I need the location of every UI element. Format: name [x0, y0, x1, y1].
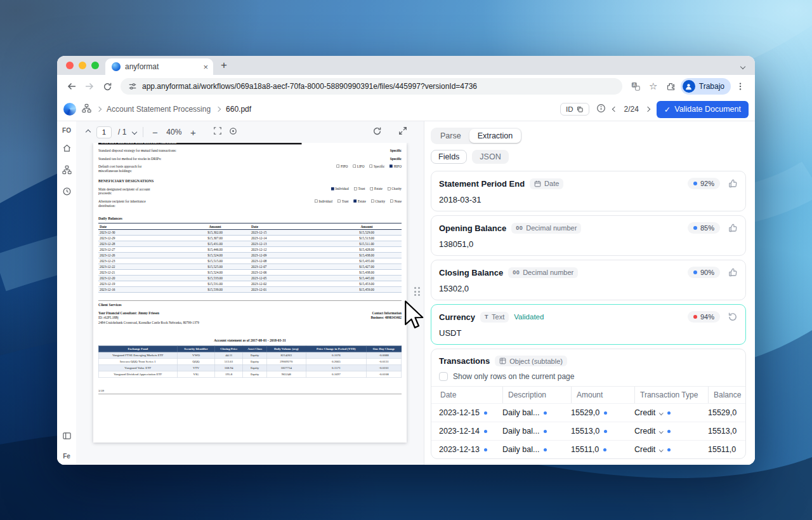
transaction-cell[interactable]: 15511,0: [571, 445, 634, 454]
checkbox-unchecked-icon: [370, 187, 373, 190]
validate-document-button[interactable]: ✓ Validate Document: [657, 101, 749, 118]
chevron-down-icon[interactable]: [659, 411, 663, 415]
field-card-currency[interactable]: Currency T Text Validated 94%: [431, 304, 746, 345]
page-down-icon[interactable]: [132, 130, 137, 135]
bookmark-star-icon[interactable]: ☆: [645, 78, 662, 95]
transaction-cell[interactable]: Credit: [634, 445, 708, 454]
copy-id-button[interactable]: ID: [560, 103, 590, 116]
page-up-icon[interactable]: [86, 130, 91, 135]
collapse-panel-icon[interactable]: [62, 431, 72, 443]
checkbox-checked-icon: [354, 200, 357, 203]
minimize-window-button[interactable]: [79, 62, 86, 69]
expand-viewer-icon[interactable]: [398, 126, 407, 138]
chevron-down-icon[interactable]: [659, 448, 663, 451]
browser-tab[interactable]: anyformat ×: [105, 58, 213, 75]
new-tab-button[interactable]: +: [216, 57, 232, 74]
reload-button[interactable]: [99, 78, 115, 95]
tab-parse[interactable]: Parse: [432, 129, 469, 143]
transaction-cell[interactable]: 2023-12-15: [439, 408, 502, 417]
transaction-cell[interactable]: 15529,0: [571, 408, 634, 417]
transaction-cell[interactable]: Credit: [634, 427, 708, 436]
daily-amount-cell: $15,427.00: [332, 264, 402, 270]
transaction-cell[interactable]: 15511,0: [708, 445, 745, 454]
zoom-out-icon[interactable]: −: [150, 127, 160, 138]
field-card-closing-balance[interactable]: Closing Balance 00 Decimal number 90%: [431, 260, 746, 300]
tab-search-chevron-icon[interactable]: [740, 64, 745, 69]
fund-cell: QQQ: [177, 358, 214, 364]
transaction-cell[interactable]: 15513,0: [571, 427, 634, 436]
transaction-row[interactable]: 2023-12-15Daily bal...15529,0Credit15529…: [431, 403, 745, 422]
browser-profile-button[interactable]: Trabajo: [681, 78, 731, 95]
pdf-scroll-area[interactable]: TAX LOT DEFAULT DISPOSITION METHOD Stand…: [76, 143, 424, 465]
close-window-button[interactable]: [66, 62, 74, 69]
back-button[interactable]: [63, 78, 80, 95]
pdf-label-line: miscellaneous holdings:: [98, 169, 141, 173]
zoom-level[interactable]: 40%: [166, 128, 181, 137]
next-document-button[interactable]: [645, 107, 650, 112]
info-icon[interactable]: [596, 103, 606, 116]
forward-button[interactable]: [81, 78, 98, 95]
transaction-cell[interactable]: Credit: [634, 408, 708, 417]
browser-menu-icon[interactable]: [732, 78, 749, 95]
field-value[interactable]: USDT: [439, 328, 738, 338]
transaction-cell[interactable]: 2023-12-14: [439, 427, 502, 436]
decimal-icon: 00: [516, 225, 523, 231]
panel-resize-handle[interactable]: [414, 285, 421, 298]
translate-icon[interactable]: A: [627, 78, 644, 95]
tab-fields[interactable]: Fields: [431, 150, 467, 164]
field-value[interactable]: 2018-03-31: [439, 195, 738, 204]
workspace-label-top[interactable]: FO: [62, 127, 71, 134]
fund-cell: 0.1697: [306, 371, 366, 377]
workspace-label-bottom[interactable]: Fe: [63, 453, 70, 460]
breadcrumb-workflow[interactable]: Account Statement Processing: [107, 105, 211, 114]
focus-target-icon[interactable]: [228, 126, 238, 138]
transaction-cell[interactable]: 2023-12-13: [439, 445, 502, 454]
maximize-window-button[interactable]: [91, 62, 99, 69]
pdf-checkbox-label: LIFO: [357, 164, 365, 168]
transaction-cell-value: 15529,0: [571, 408, 599, 417]
zoom-in-icon[interactable]: +: [188, 127, 198, 138]
tab-close-icon[interactable]: ×: [203, 63, 208, 71]
workflows-nav-icon[interactable]: [62, 165, 72, 177]
thumbs-up-icon[interactable]: [728, 178, 738, 189]
pdf-consultant-block: Your Financial Consultant: Jimmy Friesen…: [98, 310, 402, 325]
field-value[interactable]: 15302,0: [439, 284, 738, 293]
previous-document-button[interactable]: [612, 107, 617, 112]
transaction-cell[interactable]: 15529,0: [708, 408, 745, 417]
transaction-cell[interactable]: Daily bal...: [502, 427, 571, 436]
fit-page-icon[interactable]: [213, 126, 222, 138]
url-text[interactable]: app.anyformat.ai/workflows/069a18a8-aecf…: [142, 82, 477, 91]
transaction-cell[interactable]: 15513,0: [708, 427, 745, 436]
thumbs-up-icon[interactable]: [728, 223, 738, 233]
daily-date-cell: 2023-12-16: [98, 287, 180, 293]
undo-icon[interactable]: [728, 312, 738, 322]
page-number-input[interactable]: 1: [96, 126, 112, 138]
transaction-cell[interactable]: Daily bal...: [502, 445, 571, 454]
pdf-consultant-info: Your Financial Consultant: Jimmy Friesen…: [98, 310, 199, 325]
app-logo[interactable]: [63, 103, 76, 116]
field-card-statement-period-end[interactable]: Statement Period End Date: [431, 171, 746, 211]
field-card-transactions[interactable]: Transactions Object (subtable): [431, 349, 746, 459]
refresh-document-icon[interactable]: [372, 126, 382, 138]
transaction-row[interactable]: 2023-12-13Daily bal...15511,0Credit15511…: [431, 440, 745, 458]
field-value[interactable]: 138051,0: [439, 239, 738, 249]
transaction-cell[interactable]: Daily bal...: [502, 408, 571, 417]
field-card-opening-balance[interactable]: Opening Balance 00 Decimal number 85%: [431, 215, 746, 256]
breadcrumb-file[interactable]: 660.pdf: [226, 105, 251, 114]
site-settings-icon[interactable]: [128, 82, 137, 91]
extensions-puzzle-icon[interactable]: [663, 78, 679, 95]
chevron-down-icon[interactable]: [659, 429, 663, 433]
checkbox-unchecked-icon[interactable]: [439, 372, 448, 381]
transaction-cell-value: 15511,0: [708, 445, 736, 454]
address-bar[interactable]: app.anyformat.ai/workflows/069a18a8-aecf…: [121, 78, 622, 95]
fund-row: Vanguard Value ETFVTV168.94Equity1827734…: [98, 364, 402, 371]
pdf-label: Default cost basis approach for miscella…: [98, 164, 141, 173]
history-clock-icon[interactable]: [62, 187, 72, 199]
show-current-page-filter[interactable]: Show only rows on the current page: [431, 372, 745, 381]
tab-json[interactable]: JSON: [472, 150, 508, 164]
tab-extraction[interactable]: Extraction: [469, 129, 521, 143]
browser-window: anyformat × + app.anyformat.ai/workf: [57, 56, 755, 465]
home-icon[interactable]: [62, 143, 72, 156]
thumbs-up-icon[interactable]: [728, 267, 738, 277]
transaction-row[interactable]: 2023-12-14Daily bal...15513,0Credit15513…: [431, 422, 745, 440]
